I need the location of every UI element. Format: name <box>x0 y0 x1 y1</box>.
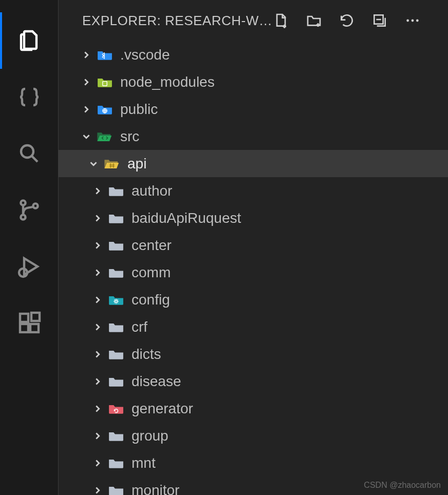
svg-rect-6 <box>20 324 28 332</box>
explorer-sidebar: EXPLORER: RESEARCH-W… <box>59 0 448 495</box>
tree-item-crf[interactable]: crf <box>59 313 448 340</box>
tree-item-label: mnt <box>132 455 156 471</box>
new-file-icon <box>273 12 289 29</box>
svg-point-12 <box>416 20 419 22</box>
folder-icon <box>108 401 124 417</box>
folder-icon <box>108 292 124 308</box>
tree-item-group[interactable]: group <box>59 422 448 449</box>
tree-item-label: crf <box>132 319 147 335</box>
svg-point-11 <box>412 20 414 22</box>
chevron-down-icon[interactable] <box>86 157 101 171</box>
svg-rect-5 <box>20 314 28 322</box>
chevron-right-icon[interactable] <box>90 184 105 198</box>
tree-item-comm[interactable]: comm <box>59 259 448 286</box>
folder-icon <box>108 455 124 471</box>
svg-point-0 <box>21 145 33 158</box>
folder-icon <box>108 319 124 335</box>
tree-item-api[interactable]: api <box>59 150 448 177</box>
app-root: EXPLORER: RESEARCH-W… <box>0 0 448 495</box>
chevron-right-icon[interactable] <box>79 75 94 89</box>
explorer-title: EXPLORER: RESEARCH-W… <box>82 13 272 29</box>
new-folder-button[interactable] <box>305 12 323 29</box>
tree-item-label: dicts <box>132 346 161 363</box>
tree-item-label: node_modules <box>120 74 215 90</box>
folder-icon <box>108 183 124 199</box>
tree-item-dicts[interactable]: dicts <box>59 340 448 368</box>
svg-rect-8 <box>31 313 40 321</box>
folder-icon <box>97 47 113 63</box>
tree-item-disease[interactable]: disease <box>59 368 448 395</box>
activity-search[interactable] <box>0 125 59 182</box>
chevron-down-icon[interactable] <box>79 129 94 144</box>
tree-item-monitor[interactable]: monitor <box>59 477 448 495</box>
tree-item-mnt[interactable]: mnt <box>59 449 448 477</box>
chevron-right-icon[interactable] <box>90 211 105 225</box>
tree-item-label: public <box>120 101 158 118</box>
tree-item-node-modules[interactable]: node_modules <box>59 68 448 96</box>
collapse-all-button[interactable] <box>371 12 388 29</box>
chevron-right-icon[interactable] <box>90 293 105 307</box>
collapse-all-icon <box>371 12 388 29</box>
explorer-header: EXPLORER: RESEARCH-W… <box>59 0 448 41</box>
tree-item-center[interactable]: center <box>59 232 448 259</box>
folder-icon <box>97 101 113 118</box>
refresh-icon <box>339 12 355 29</box>
tree-item-public[interactable]: public <box>59 96 448 123</box>
tree-item-label: .vscode <box>120 47 170 63</box>
search-icon <box>17 141 42 166</box>
new-file-button[interactable] <box>272 12 290 29</box>
activity-scm[interactable] <box>0 182 59 238</box>
folder-icon <box>97 74 113 90</box>
folder-icon <box>97 128 113 145</box>
ellipsis-icon <box>404 12 421 29</box>
chevron-right-icon[interactable] <box>90 238 105 253</box>
chevron-right-icon[interactable] <box>90 456 105 470</box>
tree-item-label: monitor <box>132 482 179 496</box>
braces-icon <box>17 85 42 109</box>
tree-item-label: center <box>132 237 172 254</box>
activity-extensions[interactable] <box>0 295 59 351</box>
new-folder-icon <box>306 12 322 29</box>
chevron-right-icon[interactable] <box>90 402 105 416</box>
chevron-right-icon[interactable] <box>90 265 105 280</box>
source-control-icon <box>17 198 42 222</box>
activity-debug[interactable] <box>0 238 59 295</box>
svg-rect-7 <box>30 324 39 332</box>
folder-icon <box>108 237 124 254</box>
run-debug-icon <box>17 254 42 279</box>
tree-item-label: api <box>127 156 146 172</box>
tree-item--vscode[interactable]: .vscode <box>59 41 448 68</box>
explorer-header-actions <box>272 12 421 29</box>
extensions-icon <box>17 311 42 335</box>
tree-item-author[interactable]: author <box>59 177 448 204</box>
chevron-right-icon[interactable] <box>79 102 94 117</box>
chevron-right-icon[interactable] <box>90 483 105 496</box>
tree-item-generator[interactable]: generator <box>59 395 448 422</box>
chevron-right-icon[interactable] <box>90 374 105 389</box>
folder-icon <box>104 156 120 172</box>
chevron-right-icon[interactable] <box>90 320 105 334</box>
chevron-right-icon[interactable] <box>90 429 105 443</box>
tree-item-baiduapiruquest[interactable]: baiduApiRuquest <box>59 204 448 232</box>
tree-item-label: comm <box>132 264 171 281</box>
folder-icon <box>108 428 124 444</box>
folder-icon <box>108 264 124 281</box>
chevron-right-icon[interactable] <box>90 347 105 361</box>
tree-item-config[interactable]: config <box>59 286 448 313</box>
activity-explorer[interactable] <box>0 12 59 69</box>
activity-json[interactable] <box>0 69 59 125</box>
folder-icon <box>108 373 124 390</box>
file-tree[interactable]: .vscodenode_modulespublicsrcapiauthorbai… <box>59 41 448 495</box>
more-actions-button[interactable] <box>404 12 421 29</box>
folder-icon <box>108 482 124 496</box>
svg-point-10 <box>406 20 409 22</box>
refresh-button[interactable] <box>338 12 356 29</box>
svg-point-3 <box>33 203 38 208</box>
tree-item-label: generator <box>132 401 193 417</box>
tree-item-label: baiduApiRuquest <box>132 210 241 226</box>
files-icon <box>17 28 42 53</box>
tree-item-src[interactable]: src <box>59 123 448 150</box>
tree-item-label: src <box>120 128 139 145</box>
chevron-right-icon[interactable] <box>79 48 94 62</box>
folder-icon <box>108 210 124 226</box>
